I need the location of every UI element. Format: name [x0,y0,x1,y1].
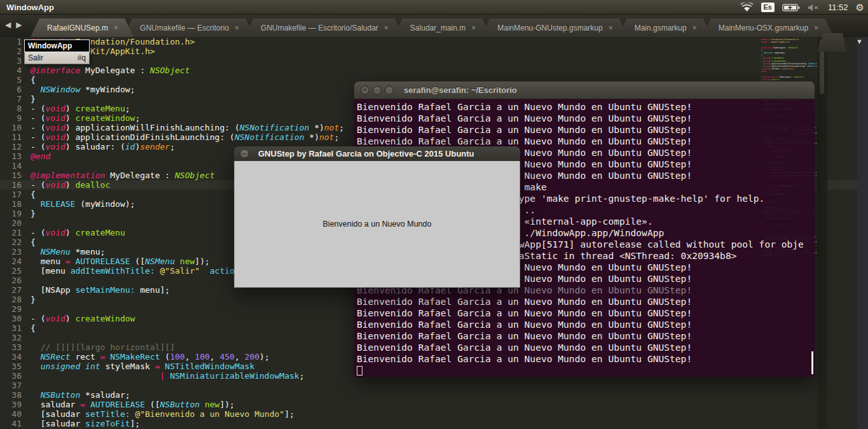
line-number: 21 [0,228,22,237]
tab-mainmenu-osx-gsmarkup[interactable]: MainMenu-OSX.gsmarkup× [702,18,834,37]
tab-close-icon[interactable]: × [692,24,697,32]
line-number: 20 [0,218,22,228]
tab-label: Saludar_main.m [410,24,465,32]
system-tray: Es 11:52 ⚙ [740,0,865,15]
line-number: 34 [0,352,22,362]
tab-rafaelgnusep-m[interactable]: RafaelGNUSep.m× [31,18,134,37]
code-line: 3 [0,56,868,66]
keyboard-layout-indicator[interactable]: Es [761,3,775,12]
tab-label: MainMenu-OSX.gsmarkup [719,24,808,32]
terminal-line: Bienvenido Rafael Garcia a un Nuevo Mund… [357,307,815,319]
tab-close-icon[interactable]: × [814,24,818,32]
tab-nav-arrows: ◀ ▶ [5,20,22,29]
line-number: 11 [0,132,22,142]
tab-close-icon[interactable]: × [235,24,239,32]
tab-label: GNUmakefile — Escritorio [140,24,229,32]
line-number: 13 [0,151,22,161]
gnustep-minimize-button[interactable]: − [240,149,249,158]
tab-saludar-main-m[interactable]: Saludar_main.m× [394,18,491,37]
terminal-close-button[interactable]: × [361,86,369,95]
nav-forward-icon[interactable]: ▶ [16,20,22,29]
gnustep-app-window: − GNUStep by Rafael Garcia on Objective-… [234,146,520,288]
tab-close-icon[interactable]: × [384,24,389,32]
clock[interactable]: 11:52 [828,3,848,12]
terminal-cursor [357,366,362,376]
tab-close-icon[interactable]: × [609,24,613,32]
line-number: 28 [0,295,22,304]
line-number: 14 [0,161,22,171]
tab-label: GNUmakefile — Escritorio/Saludar [261,24,378,32]
gnustep-app-menu: WindowApp Salir #q [24,39,90,64]
line-number: 24 [0,257,22,266]
line-number: 37 [0,381,22,390]
nav-back-icon[interactable]: ◀ [5,20,11,29]
line-number: 6 [0,85,22,94]
line-number: 30 [0,314,22,323]
active-app-name: WindowApp [6,3,54,12]
line-number: 18 [0,199,22,209]
tab-label: RafaelGNUSep.m [47,24,108,32]
menu-item-label: Salir [28,53,43,62]
line-number: 22 [0,237,22,247]
menu-item-shortcut: #q [78,53,86,62]
tab-mainmenu-gnustep-gsmarkup[interactable]: MainMenu-GNUstep.gsmarkup× [481,18,628,37]
tab-label: Main.gsmarkup [635,24,687,32]
terminal-line: Bienvenido Rafael Garcia a un Nuevo Mund… [357,124,815,136]
line-number: 3 [0,56,22,66]
code-line: 38 NSButton *saludar; [0,390,868,400]
tab-gnumakefile-escritorio[interactable]: GNUmakefile — Escritorio× [123,18,254,37]
line-number: 10 [0,123,22,132]
line-number: 40 [0,409,22,419]
tab-close-icon[interactable]: × [471,24,476,32]
line-number: 12 [0,142,22,151]
line-number: 35 [0,362,22,371]
code-line: 4@interface MyDelegate : NSObject [0,66,868,75]
terminal-minimize-button[interactable]: − [373,86,382,95]
code-line: 41 [saludar sizeToFit]; [0,419,868,428]
tab-gnumakefile-escritorio-saludar[interactable]: GNUmakefile — Escritorio/Saludar× [244,18,404,37]
code-line: 40 [saludar setTitle: @"Bienvenido a un … [0,409,868,419]
line-number: 23 [0,247,22,257]
terminal-line: Bienvenido Rafael Garcia a un Nuevo Mund… [357,113,815,124]
tab-label: MainMenu-GNUstep.gsmarkup [497,24,602,32]
gnustep-window-title-bar[interactable]: − GNUStep by Rafael Garcia on Objective-… [234,146,520,161]
terminal-line: Bienvenido Rafael Garcia a un Nuevo Mund… [357,353,815,365]
line-number: 26 [0,276,22,285]
terminal-title-bar[interactable]: × − ▫ serafin@serafin: ~/Escritorio [354,81,815,99]
terminal-scrollbar-thumb[interactable] [811,351,813,374]
terminal-line: Bienvenido Rafael Garcia a un Nuevo Mund… [357,330,815,342]
line-number: 16 [0,180,22,190]
code-line: 1#import <Foundation/Foundation.h> [0,37,868,46]
line-number: 4 [0,66,22,75]
wifi-icon[interactable] [740,3,754,12]
terminal-maximize-button[interactable]: ▫ [385,86,394,95]
terminal-title: serafin@serafin: ~/Escritorio [404,85,517,95]
battery-icon[interactable] [782,3,800,12]
line-number: 38 [0,390,22,400]
line-number: 32 [0,333,22,342]
editor-scrollbar[interactable] [817,37,827,429]
gnustep-window-title: GNUStep by Rafael Garcia on Objective-C … [258,149,474,158]
session-gear-icon[interactable]: ⚙ [856,3,864,12]
menu-item-salir[interactable]: Salir #q [24,52,90,64]
tab-overflow-dropdown-icon[interactable]: ▼ [856,38,863,45]
tab-close-icon[interactable]: × [114,24,118,32]
system-top-bar: WindowApp Es 11:52 ⚙ [0,0,868,15]
right-edge-panel [857,37,868,429]
line-number: 19 [0,209,22,218]
line-number: 1 [0,37,22,46]
terminal-line: Bienvenido Rafael Garcia a un Nuevo Mund… [357,319,815,330]
terminal-line: Bienvenido Rafael Garcia a un Nuevo Mund… [357,296,815,307]
volume-muted-icon[interactable] [808,3,820,12]
line-number: 7 [0,94,22,104]
line-number: 9 [0,113,22,123]
tab-main-gsmarkup[interactable]: Main.gsmarkup× [618,18,712,37]
line-number: 39 [0,400,22,409]
gnustep-menu-title[interactable]: WindowApp [24,39,90,52]
code-line: 37 [0,381,868,390]
line-number: 36 [0,371,22,381]
editor-tab-bar: ◀ ▶ RafaelGNUSep.m×GNUmakefile — Escrito… [0,15,868,37]
tab-overflow-stack [817,33,846,52]
line-number: 27 [0,285,22,295]
terminal-line: Bienvenido Rafael Garcia a un Nuevo Mund… [357,342,815,353]
